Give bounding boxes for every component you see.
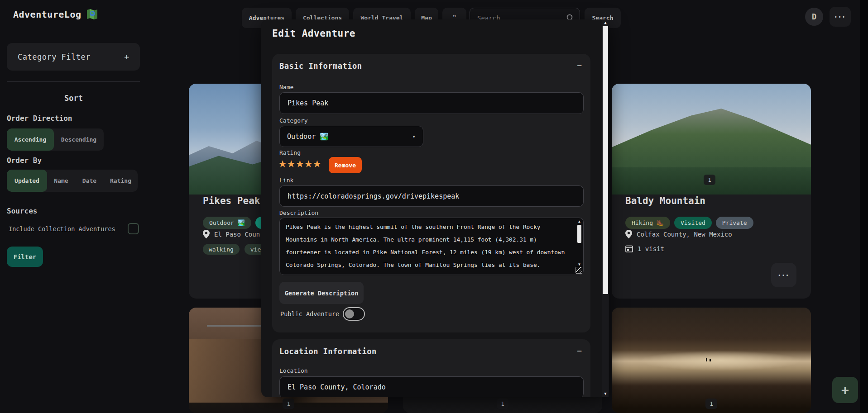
scroll-up-icon[interactable]: ▲ — [577, 219, 582, 223]
location-pin-icon — [625, 230, 632, 238]
description-textarea[interactable]: Pikes Peak is the highest summit of the … — [279, 218, 584, 275]
scroll-up-icon[interactable]: ▲ — [602, 20, 609, 25]
card-more-button[interactable]: ••• — [771, 263, 796, 287]
nav-more-button[interactable]: ••• — [830, 7, 851, 27]
rating-stars: ★ ★ ★ ★ ★ — [278, 156, 321, 170]
map-logo-icon — [86, 8, 98, 20]
page-scrollbar-track[interactable] — [860, 0, 868, 413]
order-by-date[interactable]: Date — [75, 170, 104, 192]
order-by-name[interactable]: Name — [47, 170, 75, 192]
location-information-title: Location Information — [279, 347, 377, 356]
chevron-down-icon: ▾ — [412, 133, 416, 140]
user-avatar[interactable]: D — [805, 8, 823, 26]
order-by-updated[interactable]: Updated — [7, 170, 47, 192]
collapse-minus-icon[interactable]: − — [577, 346, 582, 356]
order-by-rating[interactable]: Rating — [104, 170, 138, 192]
description-label: Description — [279, 209, 318, 216]
star-icon[interactable]: ★ — [313, 156, 321, 170]
scroll-down-icon[interactable]: ▼ — [602, 391, 609, 396]
scrollbar-thumb[interactable] — [577, 225, 581, 243]
image-count-badge: 1 — [705, 399, 717, 409]
brand[interactable]: AdventureLog — [13, 8, 98, 20]
image-count-badge: 1 — [497, 399, 508, 409]
remove-rating-button[interactable]: Remove — [329, 157, 362, 173]
name-label: Name — [279, 84, 293, 90]
dunes-photo — [612, 308, 811, 413]
order-by-label: Order By — [7, 156, 42, 165]
category-label: Category — [279, 117, 308, 124]
calendar-icon — [625, 245, 633, 252]
modal-title: Edit Adventure — [272, 28, 355, 39]
star-icon[interactable]: ★ — [296, 156, 304, 170]
card-location: El Paso Coun — [214, 231, 260, 238]
direction-option-ascending[interactable]: Ascending — [7, 128, 54, 151]
modal-scrollbar[interactable]: ▲ ▼ — [602, 19, 609, 397]
add-adventure-fab[interactable]: + — [832, 377, 858, 403]
private-badge: Private — [716, 217, 753, 229]
image-count-badge: 1 — [283, 399, 294, 409]
sidebar-divider — [7, 81, 140, 82]
link-field[interactable] — [279, 185, 584, 207]
location-information-section: Location Information − Location — [272, 339, 590, 397]
collapse-minus-icon[interactable]: − — [577, 61, 582, 70]
textarea-scrollbar[interactable]: ▲ ▼ — [576, 219, 582, 274]
include-collection-checkbox[interactable] — [128, 223, 139, 234]
basic-information-title: Basic Information — [279, 62, 362, 71]
location-field[interactable] — [279, 376, 584, 397]
brand-name: AdventureLog — [13, 9, 82, 20]
toggle-knob — [345, 309, 354, 318]
category-filter-panel[interactable]: Category Filter + — [7, 43, 140, 71]
star-icon[interactable]: ★ — [304, 156, 312, 170]
sort-title: Sort — [0, 94, 147, 103]
sources-label: Sources — [7, 207, 37, 215]
card-visits: 1 visit — [638, 245, 664, 252]
card-title: Baldy Mountain — [625, 195, 705, 206]
location-label: Location — [279, 367, 308, 374]
filter-button[interactable]: Filter — [7, 247, 43, 267]
image-count-badge: 1 — [704, 175, 715, 185]
star-icon[interactable]: ★ — [287, 156, 295, 170]
direction-option-descending[interactable]: Descending — [54, 128, 104, 151]
expand-plus-icon: + — [124, 52, 129, 62]
edit-adventure-modal: Edit Adventure Basic Information − Name … — [261, 19, 609, 397]
name-field[interactable] — [279, 92, 584, 114]
generate-description-button[interactable]: Generate Description — [279, 282, 364, 304]
card-location: Colfax County, New Mexico — [637, 231, 732, 238]
category-badge: Outdoor 🏞️ — [203, 217, 251, 229]
category-value: Outdoor 🏞️ — [287, 133, 328, 141]
include-collection-label: Include Collection Adventures — [9, 225, 115, 233]
order-direction-segment: Ascending Descending — [7, 128, 104, 151]
location-pin-icon — [203, 230, 210, 238]
resize-grip[interactable] — [575, 267, 582, 274]
adventure-card-dunes[interactable]: 1 — [612, 308, 811, 413]
link-label: Link — [279, 177, 293, 184]
adventure-card-baldy-mountain[interactable]: 1 Baldy Mountain Hiking 🥾 Visited Privat… — [612, 84, 811, 299]
public-adventure-label: Public Adventure — [280, 310, 339, 318]
category-select[interactable]: Outdoor 🏞️ ▾ — [279, 126, 423, 147]
category-filter-label: Category Filter — [18, 52, 124, 62]
description-text: Pikes Peak is the highest summit of the … — [286, 221, 567, 271]
scroll-down-icon[interactable]: ▼ — [577, 262, 582, 266]
order-by-segment: Updated Name Date Rating — [7, 170, 138, 192]
basic-information-section: Basic Information − Name Category Outdoo… — [272, 54, 590, 332]
tag: walking — [203, 244, 240, 255]
visited-badge: Visited — [674, 217, 712, 229]
order-direction-label: Order Direction — [7, 114, 72, 123]
category-badge: Hiking 🥾 — [625, 217, 670, 229]
card-title: Pikes Peak — [203, 195, 260, 206]
modal-scrollbar-thumb[interactable] — [603, 26, 608, 294]
public-adventure-toggle[interactable] — [343, 307, 365, 321]
app-root: Pikes Peak Outdoor 🏞️ P El Paso Coun wal… — [0, 0, 868, 413]
star-icon[interactable]: ★ — [278, 156, 287, 170]
